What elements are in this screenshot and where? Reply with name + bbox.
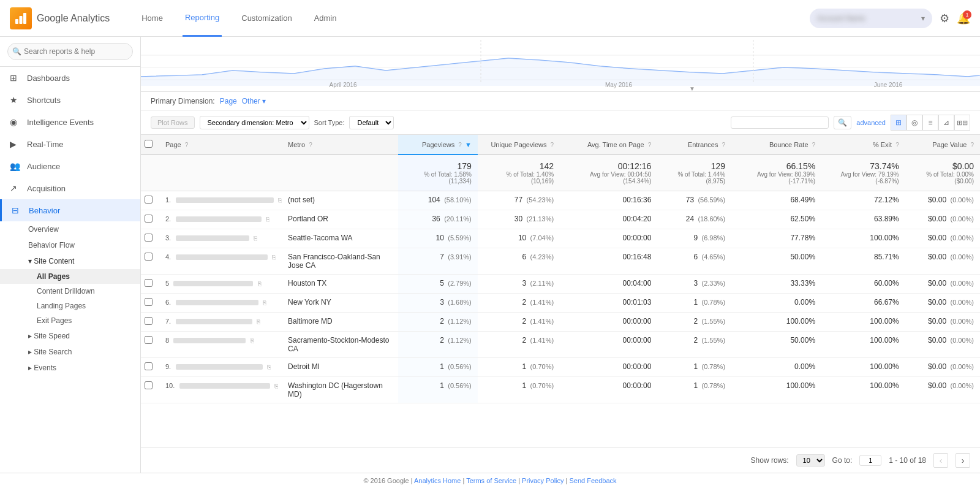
nav-admin[interactable]: Admin [312, 0, 339, 37]
copy-icon[interactable]: ⎘ [254, 235, 257, 242]
sidebar-label-intelligence: Intelligence Events [27, 118, 94, 127]
other-dim-button[interactable]: Other ▾ [242, 97, 266, 105]
row-unique-pv: 1 (0.70%) [478, 358, 560, 377]
compare-view-button[interactable]: ⊿ [938, 115, 954, 131]
row-checkbox[interactable] [141, 313, 159, 332]
row-select-checkbox[interactable] [145, 336, 153, 344]
th-avg-time[interactable]: Avg. Time on Page ? [560, 135, 657, 154]
copy-icon[interactable]: ⎘ [258, 280, 262, 287]
nav-customization[interactable]: Customization [239, 0, 294, 37]
th-unique-pageviews[interactable]: Unique Pageviews ? [478, 135, 560, 154]
row-select-checkbox[interactable] [145, 234, 153, 242]
sidebar-sub-landing-pages[interactable]: Landing Pages [0, 299, 140, 313]
sidebar-item-behavior[interactable]: ⊟ Behavior [0, 199, 140, 221]
notifications-button[interactable]: 🔔 1 [957, 12, 970, 25]
th-page-value[interactable]: Page Value ? [905, 135, 980, 154]
th-pct-exit[interactable]: % Exit ? [821, 135, 905, 154]
checkbox-header[interactable] [141, 135, 159, 154]
search-input[interactable] [7, 43, 133, 60]
th-bounce-rate[interactable]: Bounce Rate ? [731, 135, 821, 154]
sidebar-item-intelligence[interactable]: ◉ Intelligence Events [0, 111, 140, 133]
row-select-checkbox[interactable] [145, 253, 153, 261]
page-dim-button[interactable]: Page [220, 97, 237, 105]
row-select-checkbox[interactable] [145, 298, 153, 306]
sidebar-item-acquisition[interactable]: ↗ Acquisition [0, 177, 140, 199]
footer-analytics-home[interactable]: Analytics Home [414, 477, 461, 484]
settings-button[interactable]: ⚙ [940, 12, 949, 25]
goto-input[interactable] [859, 455, 881, 466]
advanced-link[interactable]: advanced [856, 119, 886, 126]
sidebar-item-audience[interactable]: 👥 Audience [0, 155, 140, 177]
sidebar-sub-site-search[interactable]: ▸ Site Search [0, 344, 140, 360]
sidebar-sub-events[interactable]: ▸ Events [0, 360, 140, 376]
total-time-sub: Avg for View: 00:04:50 (154.34%) [566, 171, 651, 185]
footer-privacy[interactable]: Privacy Policy [522, 477, 564, 484]
row-checkbox[interactable] [141, 294, 159, 313]
pie-view-button[interactable]: ◎ [907, 115, 922, 131]
copy-icon[interactable]: ⎘ [278, 197, 282, 204]
select-all-checkbox[interactable] [145, 140, 153, 148]
th-page[interactable]: Page ? [159, 135, 282, 154]
copy-icon[interactable]: ⎘ [263, 299, 266, 306]
row-select-checkbox[interactable] [145, 279, 153, 287]
row-checkbox[interactable] [141, 275, 159, 294]
sidebar-sub-site-speed[interactable]: ▸ Site Speed [0, 328, 140, 344]
row-select-checkbox[interactable] [145, 317, 153, 325]
copy-icon[interactable]: ⎘ [251, 337, 254, 344]
row-checkbox[interactable] [141, 191, 159, 210]
row-select-checkbox[interactable] [145, 381, 153, 389]
pivot-view-button[interactable]: ⊞⊞ [954, 115, 970, 131]
logo-icon[interactable] [10, 7, 32, 29]
row-pageviews: 10 (5.59%) [398, 229, 477, 248]
copy-icon[interactable]: ⎘ [267, 364, 271, 370]
nav-reporting[interactable]: Reporting [183, 0, 222, 37]
table-search-button[interactable]: 🔍 [834, 116, 851, 129]
nav-home[interactable]: Home [139, 0, 165, 37]
row-entrances: 9 (6.98%) [657, 229, 731, 248]
sidebar-sub-exit-pages[interactable]: Exit Pages [0, 313, 140, 328]
rows-per-page-select[interactable]: 10 25 50 [796, 454, 825, 467]
row-checkbox[interactable] [141, 210, 159, 229]
total-br-sub: Avg for View: 80.39% (-17.71%) [737, 171, 815, 185]
sort-type-select[interactable]: Default [349, 116, 394, 129]
prev-page-button[interactable]: ‹ [933, 453, 948, 468]
row-select-checkbox[interactable] [145, 196, 153, 204]
row-select-checkbox[interactable] [145, 215, 153, 223]
row-select-checkbox[interactable] [145, 362, 153, 370]
sidebar-collapse-btn[interactable]: ‹ [140, 240, 141, 270]
sidebar-sub-behavior-flow[interactable]: Behavior Flow [0, 237, 140, 253]
account-selector[interactable]: Account Name ▾ [810, 9, 932, 28]
sidebar-sub-site-content[interactable]: ▾ Site Content [0, 253, 140, 269]
sidebar-sub-overview[interactable]: Overview [0, 221, 140, 237]
row-checkbox[interactable] [141, 229, 159, 248]
ent-pct: (2.33%) [702, 280, 726, 287]
metro-help-icon: ? [309, 142, 312, 148]
sidebar-sub-all-pages[interactable]: All Pages [0, 269, 140, 284]
row-checkbox[interactable] [141, 377, 159, 403]
sidebar-item-dashboards[interactable]: ⊞ Dashboards [0, 67, 140, 89]
next-page-button[interactable]: › [956, 453, 970, 468]
footer-feedback[interactable]: Send Feedback [570, 477, 617, 484]
row-checkbox[interactable] [141, 358, 159, 377]
copy-icon[interactable]: ⎘ [272, 254, 276, 261]
footer-terms[interactable]: Terms of Service [466, 477, 516, 484]
sidebar-sub-content-drilldown[interactable]: Content Drilldown [0, 284, 140, 299]
th-entrances[interactable]: Entrances ? [657, 135, 731, 154]
data-view-button[interactable]: ⊞ [891, 115, 907, 131]
bar-view-button[interactable]: ≡ [922, 115, 938, 131]
plot-rows-button[interactable]: Plot Rows [151, 116, 195, 129]
copy-icon[interactable]: ⎘ [266, 216, 270, 223]
copy-icon[interactable]: ⎘ [257, 318, 260, 325]
row-avg-time: 00:16:48 [560, 248, 657, 275]
row-metro: Portland OR [282, 210, 398, 229]
row-checkbox[interactable] [141, 248, 159, 275]
row-checkbox[interactable] [141, 332, 159, 358]
secondary-dim-select[interactable]: Secondary dimension: Metro [200, 116, 309, 129]
sidebar-item-realtime[interactable]: ▶ Real-Time [0, 133, 140, 155]
sidebar-item-shortcuts[interactable]: ★ Shortcuts [0, 89, 140, 111]
table-search-input[interactable] [731, 116, 829, 129]
copy-icon[interactable]: ⎘ [274, 383, 278, 389]
ent-main: 73 [686, 196, 694, 204]
th-pageviews[interactable]: Pageviews ? ▼ [398, 135, 477, 154]
th-metro[interactable]: Metro ? [282, 135, 398, 154]
